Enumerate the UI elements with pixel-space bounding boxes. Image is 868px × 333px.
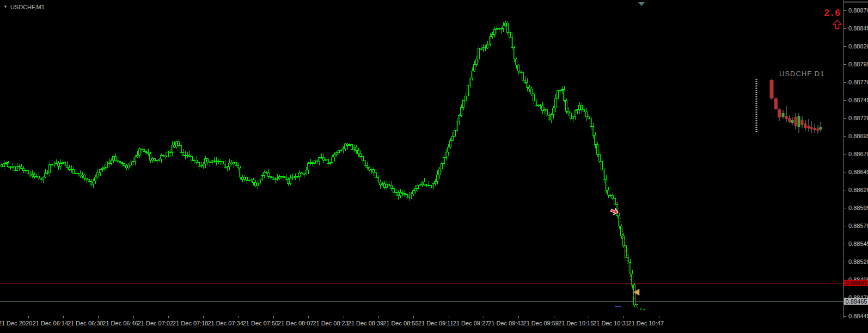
mini-candle <box>814 128 816 130</box>
price-axis-tick <box>844 190 846 190</box>
price-axis-tick <box>844 46 846 47</box>
time-axis-tick <box>659 316 659 318</box>
mini-candle <box>778 109 781 118</box>
price-axis-tick <box>844 10 846 11</box>
time-axis-tick <box>484 316 484 318</box>
time-axis-label: 21 Dec 10:47 <box>628 320 664 326</box>
mini-candle <box>808 126 810 128</box>
time-axis-label: 21 Dec 10:15 <box>558 320 594 326</box>
price-axis-label: 0.88570 <box>848 223 868 229</box>
mini-chart-usdchf-d1: USDCHF D1 <box>754 70 826 138</box>
price-axis-label: 0.88620 <box>848 187 868 193</box>
price-axis-tick <box>844 154 846 155</box>
time-axis-label: 21 Dec 08:07 <box>278 320 313 326</box>
time-axis-tick <box>133 316 134 318</box>
mini-candle <box>794 117 797 126</box>
mini-candle <box>817 128 820 131</box>
price-axis-label: 0.88845 <box>848 25 868 32</box>
time-axis-label: 21 Dec 07:02 <box>138 320 173 326</box>
time-axis-label: 21 Dec 09:59 <box>523 320 559 326</box>
indicator-readout: 2.6 <box>824 8 842 29</box>
price-axis-tick <box>844 226 846 226</box>
price-axis-label: 0.88770 <box>848 79 868 85</box>
mini-candle <box>788 118 791 122</box>
mini-candle <box>774 98 778 109</box>
price-tag-horizontal-line: 0.88491 <box>844 280 868 286</box>
blue-dash-marker <box>615 306 621 307</box>
time-axis-label: 21 Dec 06:30 <box>68 320 103 326</box>
time-axis-tick <box>239 316 239 318</box>
price-axis-label: 0.88720 <box>848 115 868 121</box>
price-axis[interactable]: 0.888700.888450.888200.887950.887700.887… <box>843 0 868 318</box>
price-axis-tick <box>844 28 846 29</box>
time-axis-label: 21 Dec 07:18 <box>173 320 208 326</box>
mini-candle <box>791 120 794 123</box>
price-axis-label: 0.88820 <box>848 43 868 50</box>
price-axis-label: 0.88870 <box>848 7 868 14</box>
price-axis-label: 0.88695 <box>848 133 868 139</box>
time-axis-tick <box>203 316 204 318</box>
mini-candle <box>770 80 774 98</box>
price-axis-tick <box>844 208 846 208</box>
time-axis-label: 21 Dec 06:14 <box>33 320 68 326</box>
time-axis-tick <box>308 316 309 318</box>
candlestick-chart[interactable] <box>0 0 843 318</box>
time-axis-tick <box>168 316 169 318</box>
time-axis-tick <box>273 316 274 318</box>
time-axis-tick <box>518 316 519 318</box>
price-axis-tick <box>844 244 846 244</box>
time-axis-label: 21 Dec 09:27 <box>453 320 488 326</box>
time-axis-label: 21 Dec 2020 <box>0 320 32 326</box>
price-axis-tick <box>844 64 846 65</box>
up-arrow-icon <box>833 20 842 29</box>
price-axis-label: 0.88645 <box>848 169 868 175</box>
time-axis-label: 21 Dec 08:23 <box>313 320 348 326</box>
price-axis-tick <box>844 118 846 119</box>
price-tag-bid-line: 0.88465 <box>844 298 868 305</box>
time-axis-tick <box>624 316 624 318</box>
price-axis-tick <box>844 136 846 137</box>
time-axis-tick <box>28 316 29 318</box>
mini-chart-canvas <box>754 70 826 138</box>
candlestick-series <box>1 21 638 308</box>
mini-candle <box>810 127 813 129</box>
time-axis-label: 21 Dec 06:46 <box>102 320 138 326</box>
time-axis-label: 21 Dec 07:50 <box>243 320 278 326</box>
mini-candle <box>798 116 800 127</box>
time-axis-label: 21 Dec 09:11 <box>418 320 454 326</box>
price-axis-label: 0.88745 <box>848 97 868 103</box>
price-axis-tick <box>844 82 846 83</box>
time-axis-tick <box>63 316 64 318</box>
trail-end-dot <box>640 309 642 310</box>
price-axis-label: 0.88670 <box>848 151 868 157</box>
time-axis[interactable]: 21 Dec 202021 Dec 06:1421 Dec 06:3021 De… <box>0 316 868 333</box>
time-axis-tick <box>413 316 414 318</box>
time-axis-tick <box>344 316 344 318</box>
price-axis-label: 0.88520 <box>848 258 868 265</box>
mini-candle <box>782 113 785 117</box>
chart-window: ▼ USDCHF,M1 USDCHF D1 2.6 0.888700.88845… <box>0 0 868 333</box>
time-axis-tick <box>554 316 554 318</box>
price-axis-tick <box>844 262 846 262</box>
price-axis-tick <box>844 172 846 172</box>
chart-shift-marker[interactable] <box>0 0 868 8</box>
time-axis-label: 21 Dec 09:43 <box>488 320 523 326</box>
time-axis-label: 21 Dec 08:55 <box>383 320 418 326</box>
time-axis-tick <box>449 316 449 318</box>
mini-chart-title: USDCHF D1 <box>779 70 824 78</box>
indicator-value: 2.6 <box>824 8 842 18</box>
time-axis-tick <box>589 316 589 318</box>
price-axis-tick <box>844 100 846 101</box>
time-axis-tick <box>98 316 99 318</box>
mini-candle <box>804 124 807 128</box>
mini-candle <box>801 120 804 125</box>
time-axis-label: 21 Dec 07:34 <box>207 320 243 326</box>
mini-candle <box>820 127 822 130</box>
time-axis-label: 21 Dec 10:31 <box>593 320 628 326</box>
trail-end-dot <box>644 309 645 311</box>
price-axis-label: 0.88795 <box>848 61 868 67</box>
price-axis-label: 0.88595 <box>848 205 868 211</box>
time-axis-label: 21 Dec 08:39 <box>348 320 383 326</box>
mini-candle <box>785 116 788 119</box>
time-axis-tick <box>378 316 379 318</box>
